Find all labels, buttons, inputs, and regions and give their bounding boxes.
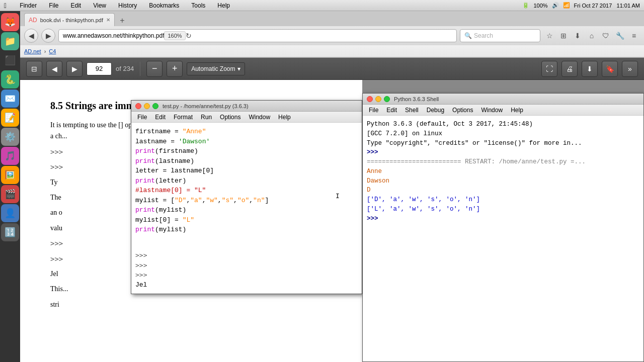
shell-menu: File Edit Shell Debug Options Window Hel…	[363, 105, 643, 116]
back-button[interactable]: ◀	[24, 29, 38, 43]
pdf-zoom-out[interactable]: −	[146, 61, 163, 77]
menu-hamburger-button[interactable]: ≡	[628, 30, 640, 42]
forward-button[interactable]: ▶	[41, 29, 55, 43]
pdf-page-input[interactable]	[87, 62, 112, 75]
idle-menu-file[interactable]: File	[133, 113, 151, 122]
pdf-zoom-in[interactable]: +	[167, 61, 183, 77]
shell-banner-1: Python 3.6.3 (default, Oct 3 2017, 21:45…	[367, 120, 639, 129]
idle-code-area[interactable]: firstname = "Anne" lastname = 'Dawson' p…	[131, 123, 362, 294]
sidebar-firefox[interactable]: 🦊	[1, 13, 19, 31]
code-line-11: print(mylist)	[135, 225, 358, 235]
shell-menu-shell[interactable]: Shell	[401, 106, 423, 115]
sidebar-mail[interactable]: ✉️	[1, 89, 19, 108]
tab-bar: AD book.dvi - thinkpython.pdf ✕ +	[20, 11, 644, 26]
search-icon: 🔍	[464, 32, 472, 39]
menu-file[interactable]: File	[46, 1, 61, 10]
search-placeholder: Search	[474, 32, 493, 39]
pdf-sidebar-toggle[interactable]: ⊟	[26, 61, 42, 77]
shell-restart: ========================= RESTART: /home…	[367, 157, 639, 167]
shell-maximize-button[interactable]	[384, 96, 390, 102]
menu-view[interactable]: View	[90, 1, 109, 10]
idle-menu-help[interactable]: Help	[274, 113, 295, 122]
reader-view-button[interactable]: ⊞	[557, 30, 570, 42]
shell-minimize-button[interactable]	[375, 96, 381, 102]
shell-close-button[interactable]	[367, 96, 373, 102]
shell-prompt-2: >>>	[367, 214, 639, 224]
code-line-7: #lastname[0] = "L"	[135, 186, 358, 196]
refresh-button[interactable]: ↻	[186, 32, 192, 40]
menu-bookmarks[interactable]: Bookmarks	[146, 1, 182, 10]
idle-editor-window: test.py - /home/anne/test.py (3.6.3) Fil…	[131, 100, 362, 294]
code-line-9: print(mylist)	[135, 205, 358, 215]
menu-finder[interactable]: Finder	[17, 1, 40, 10]
volume-icon: 🔊	[552, 2, 559, 9]
close-window-button[interactable]	[135, 103, 141, 109]
download-button[interactable]: ⬇	[572, 30, 584, 42]
idle-menu-window[interactable]: Window	[245, 113, 274, 122]
shell-menu-options[interactable]: Options	[448, 106, 477, 115]
shell-menu-window[interactable]: Window	[477, 106, 507, 115]
pdf-print-button[interactable]: 🖨	[561, 61, 578, 77]
shell-menu-help[interactable]: Help	[507, 106, 527, 115]
menu-history[interactable]: History	[115, 1, 140, 10]
pdf-prev-page[interactable]: ◀	[46, 61, 62, 77]
shell-banner-3: Type "copyright", "credits" or "license(…	[367, 139, 639, 148]
pdf-download-button[interactable]: ⬇	[582, 61, 598, 77]
breadcrumb-section[interactable]: C4	[49, 48, 56, 54]
idle-menu-edit[interactable]: Edit	[151, 113, 170, 122]
sidebar-terminal[interactable]: ⬛	[1, 51, 19, 69]
shell-output-anne: Anne	[367, 167, 639, 176]
shell-menu-debug[interactable]: Debug	[423, 106, 448, 115]
code-line-prompt1: >>>	[135, 250, 358, 260]
pdf-separator	[140, 62, 140, 76]
browser-chrome: AD book.dvi - thinkpython.pdf ✕ + ◀ ▶ ww…	[20, 11, 644, 58]
sidebar-files[interactable]: 📁	[1, 32, 19, 50]
shell-title: Python 3.6.3 Shell	[394, 96, 439, 102]
breadcrumb-bar: AD.net › C4	[20, 45, 644, 57]
nav-actions: ☆ ⊞ ⬇ ⌂ 🛡 🔧 ≡	[543, 30, 640, 42]
menu-tools[interactable]: Tools	[188, 1, 208, 10]
minimize-window-button[interactable]	[144, 103, 150, 109]
sidebar-contacts[interactable]: 👤	[1, 204, 19, 222]
zoom-badge: 160%	[164, 31, 185, 40]
tab-close-button[interactable]: ✕	[106, 17, 110, 23]
sidebar-photos[interactable]: 🖼️	[1, 166, 19, 184]
shell-output-dawson: Dawson	[367, 176, 639, 186]
sidebar-settings[interactable]: ⚙️	[1, 128, 19, 146]
idle-menu-options[interactable]: Options	[216, 113, 245, 122]
tab-title: book.dvi - thinkpython.pdf	[40, 17, 103, 23]
url-bar[interactable]: www.annedawson.net/thinkpython.pdf 160% …	[58, 29, 457, 42]
pdf-fullscreen-button[interactable]: ⛶	[541, 61, 557, 77]
pdf-next-page[interactable]: ▶	[66, 61, 83, 77]
breadcrumb-adnet[interactable]: AD.net	[24, 48, 41, 54]
menu-help[interactable]: Help	[214, 1, 233, 10]
sidebar-notes[interactable]: 📝	[1, 109, 19, 127]
shell-menu-edit[interactable]: Edit	[382, 106, 401, 115]
sidebar-music[interactable]: 🎵	[1, 147, 19, 165]
shield-button[interactable]: 🛡	[600, 30, 612, 42]
puzzle-button[interactable]: 🔧	[614, 30, 626, 42]
menu-edit[interactable]: Edit	[67, 1, 84, 10]
idle-menu-run[interactable]: Run	[197, 113, 216, 122]
pdf-more-button[interactable]: »	[622, 61, 638, 77]
idle-menu-format[interactable]: Format	[170, 113, 197, 122]
browser-tab-active[interactable]: AD book.dvi - thinkpython.pdf ✕	[24, 13, 115, 26]
pdf-bookmark-button[interactable]: 🔖	[602, 61, 618, 77]
shell-menu-file[interactable]: File	[365, 106, 382, 115]
new-tab-button[interactable]: +	[117, 15, 128, 26]
maximize-window-button[interactable]	[152, 103, 158, 109]
apple-menu[interactable]: 	[4, 2, 7, 10]
shell-banner-2: [GCC 7.2.0] on linux	[367, 129, 639, 139]
home-button[interactable]: ⌂	[586, 30, 598, 42]
bookmark-star-button[interactable]: ☆	[543, 30, 555, 42]
pdf-zoom-selector[interactable]: Automatic Zoom ▾	[187, 62, 245, 75]
pdf-toolbar: ⊟ ◀ ▶ of 234 − + Automatic Zoom ▾ ⛶ 🖨 ⬇ …	[20, 58, 644, 80]
shell-content[interactable]: Python 3.6.3 (default, Oct 3 2017, 21:45…	[363, 116, 643, 227]
search-bar[interactable]: 🔍 Search	[460, 29, 540, 42]
sidebar-python[interactable]: 🐍	[1, 70, 19, 88]
shell-output-list2: ['L', 'a', 'w', 's', 'o', 'n']	[367, 205, 639, 214]
sidebar-video[interactable]: 🎬	[1, 185, 19, 203]
idle-editor-menu: File Edit Format Run Options Window Help	[131, 112, 362, 123]
sidebar-calculator[interactable]: 🔢	[1, 223, 19, 241]
zoom-label: Automatic Zoom	[191, 65, 235, 72]
